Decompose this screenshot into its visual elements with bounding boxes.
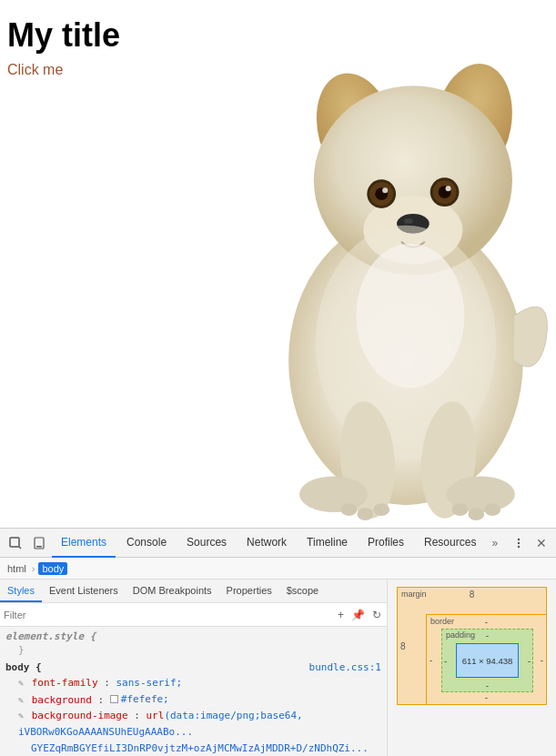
box-padding-label: padding: [446, 630, 475, 640]
svg-point-31: [518, 538, 520, 539]
svg-point-20: [341, 503, 358, 516]
tab-sources[interactable]: Sources: [177, 529, 236, 558]
css-prop-background-image: ✎ background-image : url(data:image/png;…: [5, 708, 381, 740]
tab-console[interactable]: Console: [117, 529, 176, 558]
css-prop-font-family: ✎ font-family : sans-serif;: [5, 675, 381, 691]
styles-panel: Styles Event Listeners DOM Breakpoints P…: [0, 580, 388, 756]
styles-content: element.style { } body { bundle.css:1 ✎ …: [0, 627, 387, 756]
css-body-selector: body {: [5, 661, 42, 673]
svg-point-22: [373, 503, 389, 516]
box-border-bottom[interactable]: -: [485, 692, 488, 702]
devtools-breadcrumb: html › body: [0, 558, 556, 580]
box-padding-left[interactable]: -: [444, 656, 447, 666]
filter-icons: + 📌 ↻: [336, 608, 383, 622]
css-rule-element-style: element.style { }: [5, 630, 381, 656]
add-style-icon[interactable]: +: [336, 608, 346, 622]
device-icon[interactable]: [28, 532, 50, 554]
box-margin-label: margin: [401, 590, 427, 599]
svg-point-26: [356, 244, 464, 388]
box-content-layer: 611 × 94.438: [456, 643, 519, 678]
tab-network[interactable]: Network: [238, 529, 296, 558]
devtools-body: Styles Event Listeners DOM Breakpoints P…: [0, 580, 556, 756]
css-selector: element.style {: [5, 630, 381, 642]
box-border-label: border: [430, 617, 454, 626]
box-padding-layer: padding - - - - 611 × 94.438: [441, 629, 533, 692]
color-swatch-fefefe[interactable]: [110, 695, 118, 703]
subtab-dom-breakpoints[interactable]: DOM Breakpoints: [126, 580, 219, 602]
styles-filter-input[interactable]: [4, 610, 336, 620]
box-padding-top[interactable]: -: [486, 630, 489, 640]
box-border-right[interactable]: -: [541, 655, 543, 665]
box-margin-top[interactable]: 8: [470, 590, 475, 600]
pencil-icon-3[interactable]: ✎: [18, 711, 24, 721]
box-padding-right[interactable]: -: [528, 656, 531, 666]
breadcrumb-sep: ›: [32, 563, 35, 574]
css-prop-background: ✎ background : #fefefe;: [5, 691, 381, 709]
css-closing-brace: }: [5, 644, 381, 656]
subtab-properties[interactable]: Properties: [219, 580, 279, 602]
box-padding-bottom[interactable]: -: [486, 680, 489, 690]
box-model-panel: margin 8 8 8 8 border - - - -: [388, 580, 556, 756]
pencil-icon-2[interactable]: ✎: [18, 695, 24, 705]
devtools-more-options[interactable]: [508, 532, 530, 554]
main-page-content: My title Click me: [0, 0, 556, 528]
svg-point-25: [484, 503, 500, 516]
box-margin-layer: margin 8 8 8 8 border - - - -: [397, 587, 547, 705]
svg-point-32: [518, 541, 520, 543]
styles-subtabs: Styles Event Listeners DOM Breakpoints P…: [0, 580, 387, 603]
svg-point-10: [382, 187, 388, 193]
svg-point-33: [518, 545, 520, 547]
svg-point-14: [446, 186, 451, 191]
svg-point-23: [452, 503, 469, 516]
subtab-scope[interactable]: $scope: [279, 580, 326, 602]
box-border-left[interactable]: -: [430, 655, 432, 665]
svg-point-6: [404, 218, 413, 224]
styles-filter-bar: + 📌 ↻: [0, 603, 387, 627]
tab-resources[interactable]: Resources: [415, 529, 485, 558]
svg-rect-27: [10, 538, 19, 547]
subtab-styles[interactable]: Styles: [0, 580, 42, 602]
box-border-top[interactable]: -: [485, 617, 488, 627]
css-rule-body: body { bundle.css:1 ✎ font-family : sans…: [5, 661, 381, 756]
devtools-panel: Elements Console Sources Network Timelin…: [0, 528, 556, 756]
subtab-event-listeners[interactable]: Event Listeners: [42, 580, 126, 602]
tab-profiles[interactable]: Profiles: [359, 529, 413, 558]
click-me-link[interactable]: Click me: [7, 62, 63, 79]
box-content-value[interactable]: 611 × 94.438: [462, 656, 513, 666]
svg-rect-30: [36, 546, 42, 548]
css-source-link[interactable]: bundle.css:1: [309, 661, 381, 675]
breadcrumb-html[interactable]: html: [5, 563, 28, 574]
tab-elements[interactable]: Elements: [52, 529, 116, 558]
close-devtools-button[interactable]: ✕: [531, 532, 552, 554]
breadcrumb-body[interactable]: body: [38, 562, 67, 575]
svg-point-24: [468, 508, 484, 520]
box-margin-left[interactable]: 8: [400, 641, 406, 651]
pin-style-icon[interactable]: 📌: [349, 608, 367, 622]
pencil-icon[interactable]: ✎: [18, 678, 24, 688]
more-tabs-button[interactable]: »: [486, 529, 503, 558]
tab-timeline[interactable]: Timeline: [298, 529, 357, 558]
svg-point-18: [299, 476, 368, 512]
inspect-icon[interactable]: [5, 532, 26, 554]
data-url-link-cont[interactable]: GYEZqRmBGYEfiLI3DnRP0vjtzM+ozAjMCMwIzAjM…: [31, 742, 369, 754]
devtools-toolbar: Elements Console Sources Network Timelin…: [0, 529, 556, 558]
svg-point-21: [357, 508, 373, 520]
svg-line-28: [19, 547, 21, 549]
box-model-diagram: margin 8 8 8 8 border - - - -: [397, 587, 547, 705]
refresh-style-icon[interactable]: ↻: [370, 608, 383, 622]
puppy-image: [247, 0, 556, 523]
css-prop-bg-image-cont: GYEZqRmBGYEfiLI3DnRP0vjtzM+ozAjMCMwIzAjM…: [5, 741, 381, 756]
box-border-layer: border - - - - padding - - - -: [426, 614, 547, 705]
